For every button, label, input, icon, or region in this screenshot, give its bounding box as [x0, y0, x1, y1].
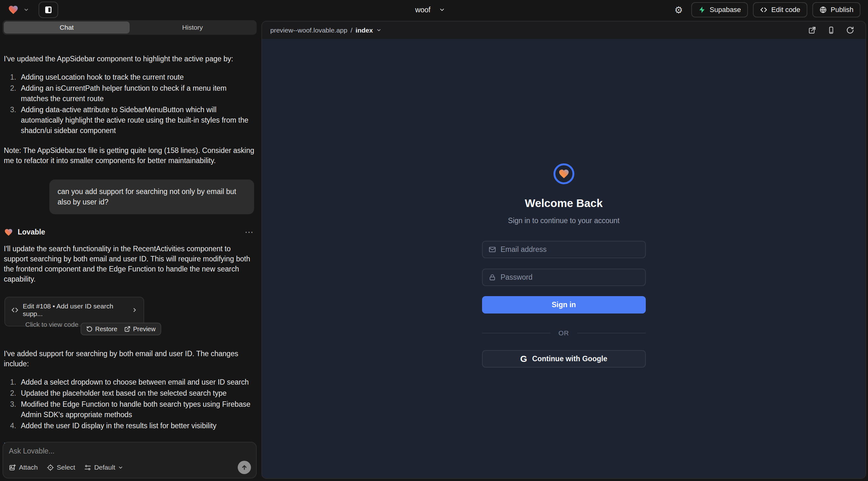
chat-history-tabs: Chat History: [3, 20, 257, 35]
target-icon: [47, 464, 54, 471]
image-plus-icon: [9, 464, 16, 471]
mode-label: Default: [94, 463, 115, 471]
preview-panel: preview--woof.lovable.app / index: [261, 21, 866, 479]
signin-card: Welcome Back Sign in to continue to your…: [482, 163, 646, 367]
lovable-logo-heart-icon[interactable]: [8, 4, 19, 15]
heart-icon: [558, 168, 570, 180]
edit-code-label: Edit code: [771, 6, 800, 14]
refresh-button[interactable]: [843, 23, 857, 38]
restore-icon: [86, 326, 93, 332]
password-field: [482, 269, 646, 286]
gear-icon: ⚙: [675, 4, 683, 15]
open-external-icon: [808, 26, 816, 34]
chevron-down-icon: [376, 28, 381, 33]
preview-button[interactable]: Preview: [124, 325, 156, 333]
attach-button[interactable]: Attach: [9, 463, 38, 471]
message-options-button[interactable]: ⋯: [245, 227, 254, 237]
chat-input[interactable]: [9, 447, 250, 455]
refresh-icon: [846, 26, 854, 34]
code-brackets-icon: [11, 306, 19, 314]
sliders-icon: [84, 464, 91, 471]
assistant-message-intro: I've updated the AppSidebar component to…: [4, 54, 257, 64]
restore-label: Restore: [95, 325, 117, 333]
preview-url-breadcrumb[interactable]: preview--woof.lovable.app / index: [270, 27, 381, 34]
restore-preview-toolbar: Restore Preview: [81, 323, 161, 335]
assistant-message-list: Adding useLocation hook to track the cur…: [4, 72, 257, 136]
preview-label: Preview: [133, 325, 156, 333]
signin-title: Welcome Back: [525, 197, 602, 210]
assistant-name: Lovable: [18, 228, 45, 236]
google-signin-button[interactable]: G Continue with Google: [482, 350, 646, 367]
publish-label: Publish: [831, 6, 854, 14]
project-chevron-down-icon[interactable]: [439, 7, 445, 13]
restore-button[interactable]: Restore: [86, 325, 117, 333]
tab-chat[interactable]: Chat: [4, 22, 130, 33]
code-brackets-icon: [760, 6, 768, 13]
list-item: Adding an isCurrentPath helper function …: [4, 83, 257, 104]
mobile-view-button[interactable]: [824, 23, 838, 38]
edit-version-card[interactable]: Edit #108 • Add user ID search supp... C…: [4, 297, 144, 326]
assistant-message-summary: I've added support for searching by both…: [4, 349, 257, 369]
signin-button[interactable]: Sign in: [482, 296, 646, 314]
edit-card-title: Edit #108 • Add user ID search supp...: [23, 302, 124, 318]
assistant-message-note: Note: The AppSidebar.tsx file is getting…: [4, 146, 257, 166]
list-item: Adding data-active attribute to SidebarM…: [4, 105, 257, 136]
lock-icon: [488, 274, 496, 281]
tab-history[interactable]: History: [130, 22, 255, 33]
preview-host: preview--woof.lovable.app: [270, 27, 347, 34]
list-item: Adding useLocation hook to track the cur…: [4, 72, 257, 83]
app-logo-ring: [554, 163, 575, 184]
list-item: Added a select dropdown to choose betwee…: [4, 377, 257, 387]
sidebar-panel-icon: [43, 5, 53, 14]
user-message-bubble: can you add support for searching not on…: [49, 180, 254, 214]
edit-code-button[interactable]: Edit code: [753, 2, 807, 18]
preview-page: index: [355, 27, 373, 34]
chat-panel: Chat History I've updated the AppSidebar…: [0, 20, 259, 481]
open-in-new-tab-button[interactable]: [805, 23, 819, 38]
sidebar-toggle-button[interactable]: [38, 2, 58, 18]
assistant-message-list: Added a select dropdown to choose betwee…: [4, 377, 257, 431]
topbar: woof ⚙ Supabase Edit code Publish: [0, 0, 868, 20]
project-title: woof: [415, 6, 431, 14]
lovable-avatar-heart-icon: [4, 228, 13, 237]
mode-select-button[interactable]: Default: [84, 463, 124, 471]
list-item: Modified the Edge Function to handle bot…: [4, 399, 257, 420]
open-external-icon: [124, 326, 130, 332]
publish-button[interactable]: Publish: [812, 2, 860, 18]
email-input[interactable]: [501, 245, 640, 254]
email-field: [482, 241, 646, 258]
or-label: OR: [559, 329, 569, 337]
google-g-icon: G: [520, 354, 527, 364]
google-signin-label: Continue with Google: [532, 355, 608, 363]
password-input[interactable]: [501, 273, 640, 282]
globe-icon: [819, 6, 827, 13]
select-button[interactable]: Select: [47, 463, 75, 471]
chevron-right-icon: [131, 307, 138, 313]
arrow-up-icon: [241, 464, 248, 471]
assistant-message-intro: I'll update the search functionality in …: [4, 244, 257, 284]
signin-subtitle: Sign in to continue to your account: [508, 217, 620, 225]
assistant-header: Lovable ⋯: [4, 227, 257, 237]
chevron-down-icon: [118, 465, 123, 470]
preview-viewport: Welcome Back Sign in to continue to your…: [262, 39, 865, 478]
breadcrumb-separator: /: [350, 27, 352, 34]
attach-label: Attach: [19, 463, 38, 471]
list-item: Added the user ID display in the results…: [4, 421, 257, 431]
chat-composer: Attach Select Default: [3, 442, 257, 478]
smartphone-icon: [827, 26, 835, 34]
edit-card-region: Edit #108 • Add user ID search supp... C…: [4, 297, 257, 335]
supabase-button[interactable]: Supabase: [691, 2, 748, 18]
send-button[interactable]: [238, 461, 251, 474]
settings-button[interactable]: ⚙: [671, 2, 686, 18]
mail-icon: [488, 246, 496, 253]
list-item: Updated the placeholder text based on th…: [4, 388, 257, 398]
preview-header: preview--woof.lovable.app / index: [262, 22, 865, 39]
logo-chevron-down-icon[interactable]: [23, 7, 29, 13]
supabase-bolt-icon: [698, 6, 706, 13]
or-divider: OR: [482, 329, 646, 337]
supabase-label: Supabase: [710, 6, 741, 14]
select-label: Select: [57, 463, 75, 471]
chat-message-list[interactable]: I've updated the AppSidebar component to…: [4, 54, 257, 440]
